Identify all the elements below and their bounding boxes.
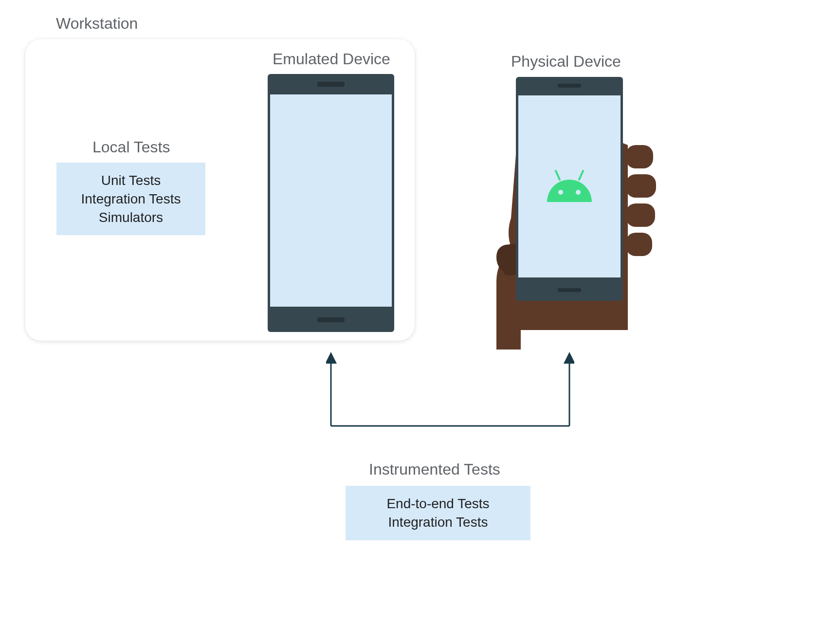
instrumented-tests-line: End-to-end Tests [359, 495, 517, 513]
android-icon [540, 167, 599, 206]
svg-rect-2 [626, 203, 655, 227]
svg-line-4 [556, 171, 560, 180]
local-tests-box: Unit Tests Integration Tests Simulators [56, 163, 205, 235]
physical-phone-icon [516, 77, 623, 301]
workstation-label: Workstation [56, 15, 138, 33]
local-tests-line: Unit Tests [70, 171, 192, 190]
phone-screen [270, 94, 392, 307]
instrumented-tests-line: Integration Tests [359, 513, 517, 532]
local-tests-line: Simulators [70, 208, 192, 227]
svg-rect-3 [626, 233, 652, 256]
phone-speaker-icon [558, 84, 581, 88]
phone-speaker-icon [317, 82, 345, 87]
emulated-phone-icon [268, 74, 394, 332]
physical-device-container [492, 77, 647, 340]
svg-rect-0 [626, 145, 653, 168]
svg-point-7 [576, 190, 581, 195]
local-tests-label: Local Tests [92, 138, 170, 156]
connector-arrows-icon [326, 350, 574, 438]
physical-device-label: Physical Device [511, 53, 621, 71]
svg-point-6 [558, 190, 563, 195]
emulated-device-label: Emulated Device [273, 50, 390, 68]
phone-speaker-icon [558, 288, 581, 292]
svg-rect-1 [626, 174, 656, 198]
instrumented-tests-label: Instrumented Tests [369, 460, 500, 479]
svg-line-5 [579, 171, 583, 180]
local-tests-line: Integration Tests [70, 190, 192, 208]
phone-screen [518, 95, 621, 277]
phone-speaker-icon [317, 317, 345, 322]
instrumented-tests-box: End-to-end Tests Integration Tests [346, 486, 530, 540]
